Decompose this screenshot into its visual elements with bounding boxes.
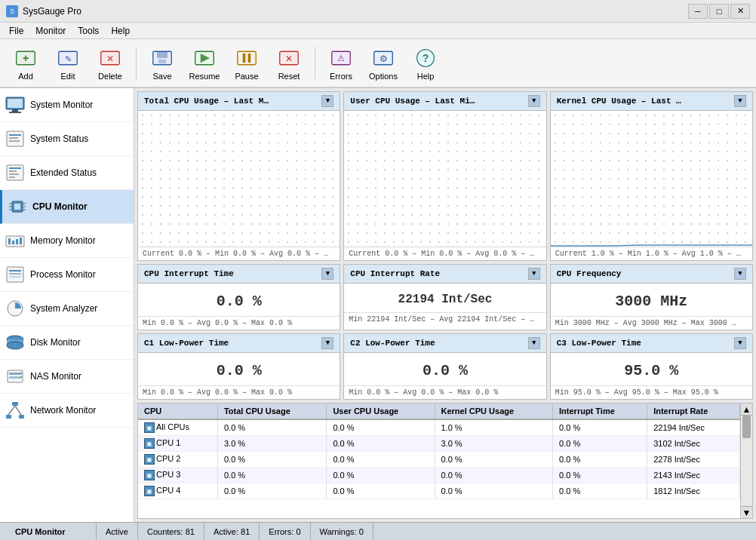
col-interrupt-time: Interrupt Time	[553, 403, 647, 419]
add-button[interactable]: + Add	[6, 42, 45, 84]
cell-user: 0.0 %	[327, 436, 435, 452]
chart-total-cpu: Total CPU Usage – Last M… ▼ Current 0.0 …	[137, 91, 340, 261]
sidebar-label-disk-monitor: Disk Monitor	[30, 337, 81, 348]
metric-c3-dropdown[interactable]: ▼	[734, 337, 746, 349]
sidebar-item-network-monitor[interactable]: Network Monitor	[0, 394, 134, 428]
warnings-label: Warnings:	[320, 527, 357, 536]
sidebar-item-extended-status[interactable]: Extended Status	[0, 156, 134, 190]
menu-file[interactable]: File	[3, 24, 29, 38]
help-label: Help	[417, 72, 435, 81]
metric-c2-dropdown[interactable]: ▼	[528, 337, 540, 349]
svg-rect-49	[9, 270, 21, 272]
col-total: Total CPU Usage	[217, 403, 326, 419]
close-button[interactable]: ✕	[730, 4, 750, 19]
metric-c1-dropdown[interactable]: ▼	[321, 337, 333, 349]
table-row: ▣CPU 2 0.0 % 0.0 % 0.0 % 0.0 % 2278 Int/…	[138, 452, 740, 468]
metric-interrupt-time-dropdown[interactable]: ▼	[321, 268, 333, 280]
app-icon: S	[6, 5, 18, 17]
sidebar-item-system-status[interactable]: System Status	[0, 122, 134, 156]
sidebar-item-disk-monitor[interactable]: Disk Monitor	[0, 326, 134, 360]
svg-rect-12	[243, 53, 246, 62]
cell-user: 0.0 %	[327, 483, 435, 499]
chart-user-cpu-title: User CPU Usage – Last Mi…	[350, 97, 475, 106]
cell-kernel: 1.0 %	[435, 419, 553, 436]
chart-user-cpu-body	[344, 111, 545, 247]
cell-user: 0.0 %	[327, 419, 435, 436]
app-title: SysGauge Pro	[23, 6, 81, 17]
cell-interrupt-time: 0.0 %	[553, 419, 647, 436]
resume-button[interactable]: Resume	[185, 42, 224, 84]
cpu-table: CPU Total CPU Usage User CPU Usage Kerne…	[138, 403, 740, 499]
sidebar-item-system-analyzer[interactable]: System Analyzer	[0, 292, 134, 326]
options-button[interactable]: ⚙ Options	[364, 42, 403, 84]
errors-label: Errors	[330, 72, 352, 81]
table-scrollbar[interactable]: ▲ ▼	[740, 403, 752, 518]
svg-point-59	[20, 373, 22, 374]
menubar: File Monitor Tools Help	[0, 23, 756, 39]
scrollbar-track	[741, 416, 752, 506]
table-row: ▣CPU 1 3.0 % 0.0 % 3.0 % 0.0 % 3102 Int/…	[138, 436, 740, 452]
col-interrupt-rate: Interrupt Rate	[647, 403, 740, 419]
metric-interrupt-rate-dropdown[interactable]: ▼	[528, 268, 540, 280]
help-button[interactable]: ? Help	[406, 42, 445, 84]
metric-interrupt-rate-title: CPU Interrupt Rate	[350, 269, 440, 278]
table-body: ▣All CPUs 0.0 % 0.0 % 1.0 % 0.0 % 22194 …	[138, 419, 740, 499]
edit-label: Edit	[61, 72, 75, 81]
metric-c3-footer: Min 95.0 % – Avg 95.0 % – Max 95.0 %	[551, 385, 752, 399]
cell-cpu: ▣CPU 1	[138, 436, 217, 452]
menu-help[interactable]: Help	[105, 24, 136, 38]
maximize-button[interactable]: □	[709, 4, 729, 19]
metric-frequency-footer: Min 3000 MHz – Avg 3000 MHz – Max 3000 …	[551, 316, 752, 330]
sidebar-item-nas-monitor[interactable]: NAS Monitor	[0, 360, 134, 394]
svg-rect-8	[158, 59, 167, 63]
table-wrapper[interactable]: CPU Total CPU Usage User CPU Usage Kerne…	[138, 403, 740, 518]
chart-user-cpu-dropdown[interactable]: ▼	[528, 95, 540, 107]
errors-button[interactable]: ⚠ Errors	[321, 42, 361, 84]
status-active-count: Active: 81	[204, 523, 260, 540]
metric-c2-value: 0.0 %	[344, 353, 545, 385]
chart-kernel-cpu-dropdown[interactable]: ▼	[734, 95, 746, 107]
svg-text:?: ?	[423, 52, 429, 64]
sidebar-item-cpu-monitor[interactable]: CPU Monitor	[0, 190, 134, 224]
delete-button[interactable]: ✕ Delete	[91, 42, 130, 84]
svg-rect-61	[12, 402, 18, 406]
metric-c2-low-power: C2 Low-Power Time ▼ 0.0 % Min 0.0 % – Av…	[343, 333, 546, 400]
edit-button[interactable]: ✎ Edit	[48, 42, 88, 84]
metric-interrupt-time-value: 0.0 %	[138, 284, 340, 316]
save-button[interactable]: Save	[143, 42, 182, 84]
svg-rect-32	[9, 170, 17, 172]
pause-button[interactable]: Pause	[227, 42, 266, 84]
minimize-button[interactable]: ─	[688, 4, 708, 19]
cell-interrupt-time: 0.0 %	[553, 436, 647, 452]
cell-interrupt-time: 0.0 %	[553, 483, 647, 499]
status-counters: Counters: 81	[138, 523, 204, 540]
cell-user: 0.0 %	[327, 452, 435, 468]
svg-text:+: +	[23, 52, 29, 64]
reset-button[interactable]: ✕ Reset	[269, 42, 309, 84]
sidebar-item-process-monitor[interactable]: Process Monitor	[0, 258, 134, 292]
chart-total-cpu-dropdown[interactable]: ▼	[321, 95, 333, 107]
row-cpu-icon: ▣	[144, 486, 155, 496]
scrollbar-thumb[interactable]	[742, 416, 751, 438]
errors-status-label: Errors:	[269, 527, 293, 536]
menu-monitor[interactable]: Monitor	[29, 24, 72, 38]
col-cpu: CPU	[138, 403, 217, 419]
metric-frequency-dropdown[interactable]: ▼	[734, 268, 746, 280]
sidebar-item-system-monitor[interactable]: System Monitor	[0, 88, 134, 122]
cpu-monitor-icon	[7, 196, 28, 217]
svg-rect-29	[9, 140, 20, 142]
svg-rect-50	[9, 273, 21, 275]
sidebar-item-memory-monitor[interactable]: Memory Monitor	[0, 224, 134, 258]
menu-tools[interactable]: Tools	[72, 24, 105, 38]
scrollbar-up-button[interactable]: ▲	[741, 403, 752, 416]
delete-label: Delete	[98, 72, 122, 81]
cell-total: 0.0 %	[217, 452, 326, 468]
metric-c3-header: C3 Low-Power Time ▼	[551, 334, 752, 353]
help-icon: ?	[413, 46, 438, 70]
scrollbar-down-button[interactable]: ▼	[741, 506, 752, 518]
svg-rect-31	[9, 167, 21, 169]
extended-status-icon	[5, 162, 26, 183]
chart-kernel-cpu-footer: Current 1.0 % – Min 1.0 % – Avg 1.0 % – …	[551, 247, 752, 260]
chart-total-cpu-title: Total CPU Usage – Last M…	[144, 97, 269, 106]
network-monitor-icon	[5, 400, 26, 421]
